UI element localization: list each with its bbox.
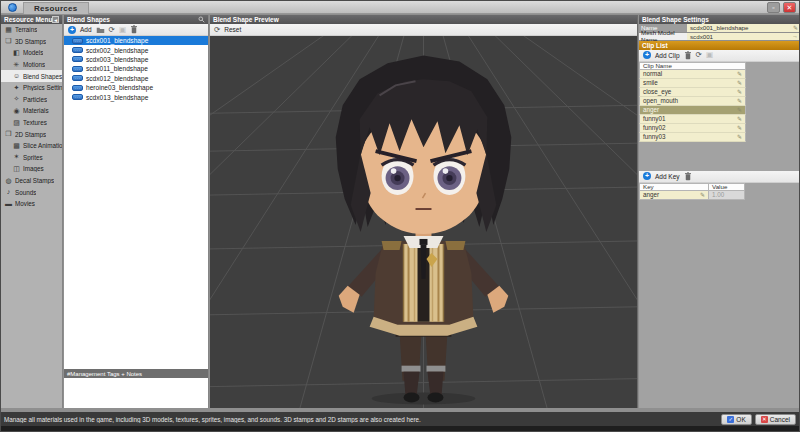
sidebar-item-label: 3D Stamps — [15, 38, 46, 45]
sidebar-collapse-icon[interactable]: ◂ — [52, 16, 59, 23]
delete-clip-icon[interactable] — [684, 51, 692, 60]
sidebar-item-models[interactable]: ◧Models — [1, 47, 62, 59]
edit-name-icon[interactable]: ✎ — [793, 24, 798, 31]
list-item-label: scdx002_blendshape — [86, 47, 148, 54]
clip-list-gap — [639, 142, 800, 171]
ok-label: OK — [736, 416, 745, 423]
sidebar-item-label: Models — [23, 49, 43, 56]
list-item[interactable]: ···scdx003_blendshape — [64, 55, 208, 64]
terrains-icon: ▦ — [4, 26, 13, 34]
refresh-clip-icon[interactable]: ⟳ — [696, 51, 702, 59]
models-icon: ◧ — [12, 49, 21, 57]
sidebar-item-blend-shapes[interactable]: ☺Blend Shapes — [1, 70, 62, 82]
key-name-cell[interactable]: anger✎ — [639, 191, 709, 200]
cancel-button[interactable]: ✕ Cancel — [755, 414, 796, 425]
clip-row[interactable]: funny01✎ — [639, 115, 746, 124]
edit-clip-icon[interactable]: ✎ — [737, 79, 742, 86]
clip-list-header: Clip List — [639, 41, 800, 50]
list-item-label: scdx003_blendshape — [86, 56, 148, 63]
edit-clip-icon[interactable]: ✎ — [737, 88, 742, 95]
clip-name: open_mouth — [643, 97, 678, 104]
list-item[interactable]: ···scdx012_blendshape — [64, 74, 208, 83]
mesh-model-label: Mesh Model Name — [639, 33, 687, 41]
edit-clip-icon[interactable]: ✎ — [737, 133, 742, 140]
notes-area[interactable] — [64, 378, 208, 408]
sidebar-item-terrains[interactable]: ▦Terrains — [1, 24, 62, 36]
edit-clip-icon[interactable]: ✎ — [737, 70, 742, 77]
sidebar-item-label: Materials — [23, 107, 49, 114]
list-item[interactable]: ···heroine03_blendshape — [64, 83, 208, 92]
clip-row[interactable]: smile✎ — [639, 79, 746, 88]
clip-row[interactable]: open_mouth✎ — [639, 97, 746, 106]
search-icon[interactable] — [198, 16, 205, 23]
sidebar-item-3d-stamps[interactable]: ❏3D Stamps — [1, 36, 62, 48]
blendshape-file-icon: ··· — [72, 85, 83, 91]
mesh-link-icon[interactable]: → — [792, 33, 798, 39]
add-icon[interactable]: + — [68, 26, 76, 34]
character-preview — [210, 36, 637, 408]
sidebar-item-materials[interactable]: ◉Materials — [1, 105, 62, 117]
edit-clip-icon[interactable]: ✎ — [737, 124, 742, 131]
clip-row[interactable]: anger✎ — [639, 106, 746, 115]
reset-icon[interactable]: ⟳ — [214, 26, 220, 34]
clip-row[interactable]: funny03✎ — [639, 133, 746, 142]
movies-icon: ▬ — [4, 200, 13, 208]
add-key-icon[interactable]: + — [643, 172, 651, 180]
preview-toolbar: ⟳ Reset — [210, 24, 637, 36]
clip-name-column-label: Clip Name — [643, 62, 672, 69]
decal-stamps-icon: ◍ — [4, 177, 13, 185]
delete-key-icon[interactable] — [684, 172, 692, 181]
sidebar-item-sprites[interactable]: ✶Sprites — [1, 152, 62, 164]
clip-row[interactable]: funny02✎ — [639, 124, 746, 133]
edit-key-icon[interactable]: ✎ — [700, 191, 705, 198]
edit-clip-icon[interactable]: ✎ — [737, 115, 742, 122]
folder-icon[interactable] — [96, 26, 105, 34]
clip-row[interactable]: normal✎ — [639, 70, 746, 79]
add-key-button[interactable]: Add Key — [655, 173, 680, 180]
clip-name: funny03 — [643, 133, 665, 140]
sidebar-item-textures[interactable]: ▨Textures — [1, 117, 62, 129]
resource-menu-panel: Resource Menu ◂ ▦Terrains❏3D Stamps◧Mode… — [1, 15, 63, 408]
key-value-cell[interactable]: 1.00 — [709, 191, 745, 200]
add-button[interactable]: Add — [80, 26, 92, 33]
sidebar-item-motions[interactable]: ✳Motions — [1, 59, 62, 71]
images-icon: ◫ — [12, 165, 21, 173]
list-item[interactable]: ···scdx011_blendshape — [64, 64, 208, 73]
list-item[interactable]: ···scdx013_blendshape — [64, 92, 208, 101]
delete-icon[interactable] — [130, 25, 138, 34]
sidebar-item-decal-stamps[interactable]: ◍Decal Stamps — [1, 175, 62, 187]
clip-list-title: Clip List — [642, 42, 668, 49]
title-bar[interactable]: Resources ▫ ✕ — [1, 1, 799, 14]
reset-button[interactable]: Reset — [224, 26, 241, 33]
clip-row[interactable]: close_eye✎ — [639, 88, 746, 97]
sidebar-item-movies[interactable]: ▬Movies — [1, 198, 62, 210]
sidebar-item-slice-animation[interactable]: ▩Slice Animation — [1, 140, 62, 152]
edit-clip-icon[interactable]: ✎ — [737, 97, 742, 104]
sidebar-item-label: Images — [23, 165, 44, 172]
apply-icon: ▣ — [119, 26, 126, 34]
management-tags-label: #Management Tags + Notes — [67, 371, 142, 377]
add-clip-icon[interactable]: + — [643, 51, 651, 59]
clip-name: smile — [643, 79, 658, 86]
window-help-button[interactable]: ▫ — [767, 2, 780, 13]
sidebar-item-sounds[interactable]: ♪Sounds — [1, 186, 62, 198]
window-close-button[interactable]: ✕ — [783, 2, 796, 13]
sidebar-item-2d-stamps[interactable]: ❐2D Stamps — [1, 128, 62, 140]
sidebar-item-physics-settings[interactable]: ✦Physics Settings — [1, 82, 62, 94]
management-tags-header[interactable]: #Management Tags + Notes — [64, 369, 208, 378]
mesh-model-field[interactable]: scdx001 → — [687, 33, 800, 41]
list-item[interactable]: ···scdx002_blendshape — [64, 45, 208, 54]
sidebar-item-particles[interactable]: ✧Particles — [1, 94, 62, 106]
add-clip-button[interactable]: Add Clip — [655, 52, 680, 59]
key-table-header: Key Value — [639, 183, 800, 191]
name-field[interactable]: scdx001_blendshape ✎ — [687, 24, 800, 32]
window-title: Resources — [23, 2, 89, 14]
edit-clip-icon[interactable]: ✎ — [737, 106, 742, 113]
list-item[interactable]: ···scdx001_blendshape — [64, 36, 208, 45]
ok-button[interactable]: ✓ OK — [721, 414, 751, 425]
value-column-header: Value — [709, 183, 745, 191]
window-bottom-edge — [1, 426, 799, 431]
preview-viewport[interactable] — [210, 36, 637, 408]
refresh-icon[interactable]: ⟳ — [109, 26, 115, 34]
sidebar-item-images[interactable]: ◫Images — [1, 163, 62, 175]
